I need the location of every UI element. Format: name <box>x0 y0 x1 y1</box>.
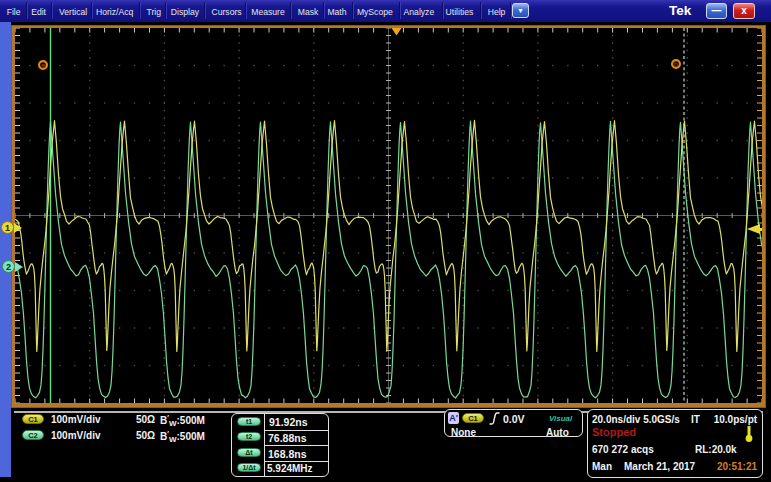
svg-text:a: a <box>41 62 45 69</box>
svg-text:b: b <box>674 61 678 68</box>
